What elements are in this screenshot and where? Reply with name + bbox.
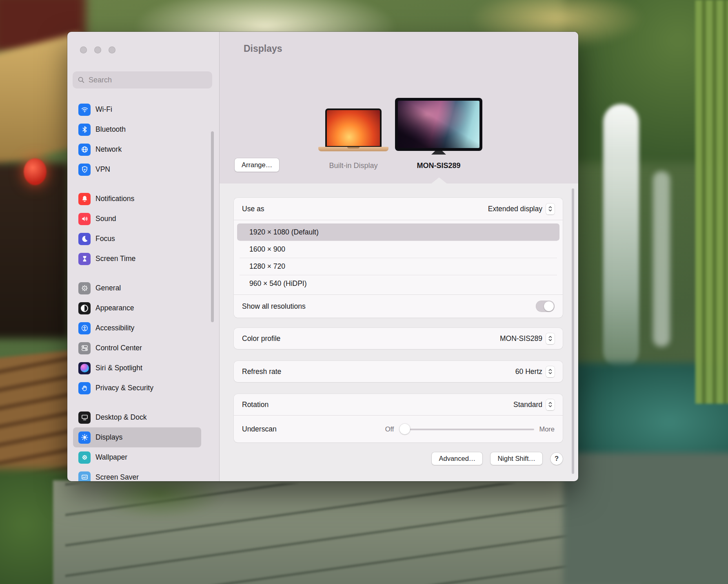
sidebar-item-label: Control Center <box>95 344 142 352</box>
slider-track[interactable] <box>400 429 534 430</box>
search-field[interactable] <box>73 71 212 88</box>
sidebar-item-appearance[interactable]: Appearance <box>73 298 201 318</box>
resolution-group: Use as Extended display 1920 × 1080 (Def… <box>234 198 563 318</box>
built-in-display-thumbnail[interactable] <box>325 108 382 148</box>
rotation-label: Rotation <box>242 400 269 409</box>
color-profile-value: MON-SIS289 <box>500 334 542 343</box>
sidebar-item-label: Screen Saver <box>95 473 139 481</box>
selected-display-label: MON-SIS289 <box>417 161 460 170</box>
globe-icon <box>78 144 91 156</box>
sun-icon <box>78 431 91 444</box>
resolution-label: 1600 × 900 <box>249 245 285 254</box>
use-as-label: Use as <box>242 205 264 213</box>
refresh-rate-value: 60 Hertz <box>515 367 542 376</box>
built-in-display-base <box>318 147 388 151</box>
siri-orb-icon <box>78 362 91 374</box>
sidebar-item-label: Notifications <box>95 195 134 203</box>
rotation-popup[interactable]: Standard <box>513 399 555 410</box>
sidebar-item-wifi[interactable]: Wi-Fi <box>73 100 201 119</box>
sidebar-item-desktopdock[interactable]: Desktop & Dock <box>73 407 201 427</box>
display-settings: Use as Extended display 1920 × 1080 (Def… <box>220 184 578 481</box>
external-display-stand <box>431 151 446 155</box>
night-shift-button[interactable]: Night Shift… <box>491 452 542 465</box>
zoom-button[interactable] <box>109 46 115 53</box>
advanced-button[interactable]: Advanced… <box>432 452 482 465</box>
screensaver-icon <box>78 471 91 482</box>
resolution-list: 1920 × 1080 (Default)1600 × 9001280 × 72… <box>234 220 563 294</box>
flower-icon <box>78 451 91 464</box>
resolution-option[interactable]: 1600 × 900 <box>234 241 563 258</box>
sidebar-item-displays[interactable]: Displays <box>73 427 201 447</box>
close-button[interactable] <box>80 46 87 53</box>
window-controls <box>80 46 115 53</box>
minimize-button[interactable] <box>94 46 101 53</box>
bell-icon <box>78 193 91 205</box>
bluetooth-icon <box>78 124 91 136</box>
arrange-button[interactable]: Arrange… <box>235 158 279 172</box>
sidebar-item-wallpaper[interactable]: Wallpaper <box>73 447 201 467</box>
color-profile-group: Color profile MON-SIS289 <box>234 328 563 349</box>
stepper-icon <box>546 366 555 377</box>
sidebar-item-label: General <box>95 284 121 292</box>
sidebar-nav: Wi-FiBluetoothNetworkVPNNotificationsSou… <box>73 100 201 481</box>
refresh-rate-label: Refresh rate <box>242 367 281 376</box>
show-all-resolutions-row: Show all resolutions <box>234 295 563 318</box>
stepper-icon <box>546 399 555 410</box>
help-button[interactable]: ? <box>550 453 563 465</box>
sidebar-item-label: Displays <box>95 433 122 442</box>
wifi-icon <box>78 104 91 116</box>
sidebar-item-vpn[interactable]: VPN <box>73 159 201 179</box>
sidebar-item-label: Wallpaper <box>95 453 127 462</box>
use-as-popup[interactable]: Extended display <box>488 204 555 215</box>
use-as-value: Extended display <box>488 205 542 213</box>
sidebar-item-bluetooth[interactable]: Bluetooth <box>73 119 201 139</box>
color-profile-label: Color profile <box>242 334 280 343</box>
sidebar-item-label: Screen Time <box>95 254 135 263</box>
gear-icon <box>78 282 91 294</box>
refresh-rate-popup[interactable]: 60 Hertz <box>515 366 555 377</box>
sidebar-group: Desktop & DockDisplaysWallpaperScreen Sa… <box>73 407 201 481</box>
built-in-display-label: Built-in Display <box>329 161 377 170</box>
displays-pane: Displays Built-in Display MON-SIS289 Arr… <box>220 32 578 481</box>
sidebar-item-general[interactable]: General <box>73 278 201 298</box>
refresh-rate-row: Refresh rate 60 Hertz <box>234 361 563 382</box>
resolution-label: 1920 × 1080 (Default) <box>249 228 319 237</box>
resolution-option[interactable]: 1280 × 720 <box>234 258 563 275</box>
vpn-shield-icon <box>78 164 91 176</box>
wallpaper-hut-wall <box>0 163 69 338</box>
slider-knob[interactable] <box>400 424 410 434</box>
underscan-row: Underscan Off More <box>234 416 563 442</box>
resolution-option[interactable]: 960 × 540 (HiDPI) <box>234 275 563 292</box>
sidebar-scrollbar[interactable] <box>211 131 214 322</box>
refresh-rate-group: Refresh rate 60 Hertz <box>234 361 563 382</box>
sidebar-item-focus[interactable]: Focus <box>73 229 201 249</box>
sidebar-item-network[interactable]: Network <box>73 139 201 159</box>
footer-buttons: Advanced… Night Shift… ? <box>234 452 563 465</box>
sidebar-item-screentime[interactable]: Screen Time <box>73 249 201 269</box>
sidebar-item-label: Sound <box>95 215 116 223</box>
sidebar-item-notifications[interactable]: Notifications <box>73 189 201 209</box>
sidebar-item-siri[interactable]: Siri & Spotlight <box>73 358 201 378</box>
resolution-option[interactable]: 1920 × 1080 (Default) <box>237 223 559 241</box>
sidebar-item-accessibility[interactable]: Accessibility <box>73 318 201 338</box>
sidebar-item-label: Desktop & Dock <box>95 413 146 422</box>
sidebar-item-sound[interactable]: Sound <box>73 209 201 229</box>
main-scrollbar[interactable] <box>572 188 574 474</box>
underscan-more-label: More <box>539 425 555 433</box>
color-profile-popup[interactable]: MON-SIS289 <box>500 333 555 344</box>
sidebar-item-screensaver[interactable]: Screen Saver <box>73 467 201 481</box>
external-display-thumbnail[interactable] <box>395 98 482 151</box>
stepper-icon <box>546 204 555 215</box>
sidebar-item-controlcenter[interactable]: Control Center <box>73 338 201 358</box>
external-display-screen <box>398 101 479 148</box>
sidebar: Wi-FiBluetoothNetworkVPNNotificationsSou… <box>67 32 220 481</box>
show-all-resolutions-toggle[interactable] <box>536 301 555 312</box>
sidebar-item-label: Wi-Fi <box>95 105 112 114</box>
underscan-slider[interactable] <box>400 423 534 435</box>
search-input[interactable] <box>89 76 207 84</box>
sidebar-item-privacy[interactable]: Privacy & Security <box>73 378 201 398</box>
page-title: Displays <box>244 43 282 54</box>
speaker-icon <box>78 213 91 225</box>
displays-header: Displays Built-in Display MON-SIS289 Arr… <box>220 32 578 184</box>
search-icon <box>78 76 85 84</box>
